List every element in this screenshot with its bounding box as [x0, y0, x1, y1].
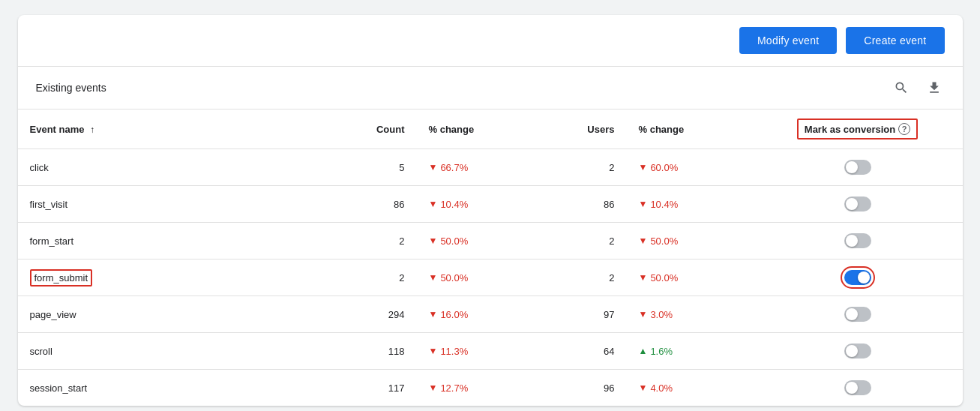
pct-value: 50.0% [650, 236, 678, 247]
pct-value: 66.7% [440, 162, 468, 173]
users-cell: 86 [543, 186, 627, 223]
help-icon[interactable]: ? [898, 123, 910, 135]
arrow-down-icon: ▼ [639, 162, 648, 172]
col-event-name: Event name ↑ [18, 110, 333, 149]
event-name-cell: click [18, 149, 333, 186]
count-pct-cell: ▼50.0% [417, 260, 543, 296]
pct-value: 3.0% [650, 309, 673, 320]
conversion-toggle-cell [753, 370, 963, 406]
section-icons [891, 77, 945, 98]
col-count-pct: % change [417, 110, 543, 149]
table-body: click5▼66.7%2▼60.0%first_visit86▼10.4%86… [18, 149, 963, 406]
events-table: Event name ↑ Count % change Users % chan… [18, 110, 963, 406]
users-pct-cell: ▼50.0% [627, 260, 753, 296]
event-name-cell: first_visit [18, 186, 333, 223]
users-cell: 96 [543, 370, 627, 406]
count-cell: 5 [333, 149, 417, 186]
users-cell: 97 [543, 296, 627, 333]
count-pct-cell: ▼66.7% [417, 149, 543, 186]
pct-value: 12.7% [440, 382, 468, 394]
users-pct-cell: ▼3.0% [627, 296, 753, 333]
table-header-row: Event name ↑ Count % change Users % chan… [18, 110, 963, 149]
arrow-down-icon: ▼ [429, 272, 438, 283]
arrow-down-icon: ▼ [429, 162, 438, 172]
conversion-toggle[interactable] [844, 380, 871, 395]
toggle-slider [844, 344, 871, 358]
arrow-down-icon: ▼ [429, 346, 438, 356]
conversion-toggle[interactable] [844, 307, 871, 322]
section-header: Existing events [18, 67, 963, 110]
table-row: page_view294▼16.0%97▼3.0% [18, 296, 963, 333]
conversion-toggle[interactable] [844, 270, 871, 285]
conversion-toggle-cell [753, 296, 963, 333]
section-title: Existing events [36, 82, 106, 94]
mark-as-conversion-header: Mark as conversion ? [797, 118, 918, 140]
col-count: Count [333, 110, 417, 149]
users-cell: 2 [543, 223, 627, 260]
arrow-down-icon: ▼ [429, 236, 438, 246]
table-row: form_submit2▼50.0%2▼50.0% [18, 260, 963, 296]
toggle-slider [844, 380, 871, 395]
highlighted-event-name: form_submit [30, 269, 93, 286]
conversion-toggle-cell [753, 186, 963, 223]
table-row: scroll118▼11.3%64▲1.6% [18, 333, 963, 370]
create-event-button[interactable]: Create event [846, 27, 944, 54]
users-pct-cell: ▲1.6% [627, 333, 753, 370]
table-row: first_visit86▼10.4%86▼10.4% [18, 186, 963, 223]
count-pct-cell: ▼12.7% [417, 370, 543, 406]
arrow-down-icon: ▼ [639, 236, 648, 246]
table-row: form_start2▼50.0%2▼50.0% [18, 223, 963, 260]
pct-value: 50.0% [650, 272, 678, 284]
col-mark-as-conversion: Mark as conversion ? [753, 110, 963, 149]
pct-value: 50.0% [440, 272, 468, 284]
users-pct-cell: ▼4.0% [627, 370, 753, 406]
conversion-toggle-cell [753, 223, 963, 260]
conversion-toggle[interactable] [844, 196, 871, 212]
download-icon [927, 80, 942, 95]
toggle-slider [844, 196, 871, 212]
table-row: session_start117▼12.7%96▼4.0% [18, 370, 963, 406]
pct-value: 10.4% [440, 199, 468, 210]
toggle-slider [844, 270, 871, 285]
users-cell: 2 [543, 149, 627, 186]
toggle-slider [844, 307, 871, 322]
conversion-toggle[interactable] [844, 233, 871, 248]
pct-value: 4.0% [650, 382, 673, 394]
arrow-down-icon: ▼ [429, 199, 438, 209]
pct-value: 10.4% [650, 199, 678, 210]
search-button[interactable] [891, 77, 912, 98]
download-button[interactable] [924, 77, 945, 98]
toggle-slider [844, 233, 871, 248]
count-cell: 294 [333, 296, 417, 333]
arrow-down-icon: ▼ [639, 199, 648, 209]
users-cell: 64 [543, 333, 627, 370]
arrow-down-icon: ▼ [639, 382, 648, 393]
count-pct-cell: ▼50.0% [417, 223, 543, 260]
arrow-up-icon: ▲ [639, 346, 648, 356]
pct-value: 60.0% [650, 162, 678, 173]
count-cell: 2 [333, 260, 417, 296]
users-pct-cell: ▼10.4% [627, 186, 753, 223]
toggle-slider [844, 160, 871, 175]
count-pct-cell: ▼10.4% [417, 186, 543, 223]
conversion-toggle[interactable] [844, 160, 871, 175]
modify-event-button[interactable]: Modify event [739, 27, 837, 54]
event-name-cell: form_submit [18, 260, 333, 296]
event-name-cell: scroll [18, 333, 333, 370]
conversion-toggle-cell [753, 333, 963, 370]
conversion-toggle-cell [753, 260, 963, 296]
count-cell: 2 [333, 223, 417, 260]
count-pct-cell: ▼11.3% [417, 333, 543, 370]
users-cell: 2 [543, 260, 627, 296]
pct-value: 50.0% [440, 236, 468, 247]
sort-arrow-icon: ↑ [90, 124, 94, 135]
users-pct-cell: ▼60.0% [627, 149, 753, 186]
arrow-down-icon: ▼ [639, 309, 648, 320]
count-pct-cell: ▼16.0% [417, 296, 543, 333]
conversion-toggle[interactable] [844, 344, 871, 358]
col-users: Users [543, 110, 627, 149]
search-icon [894, 80, 909, 95]
main-card: Modify event Create event Existing event… [18, 15, 963, 406]
pct-value: 1.6% [650, 346, 673, 357]
col-users-pct: % change [627, 110, 753, 149]
